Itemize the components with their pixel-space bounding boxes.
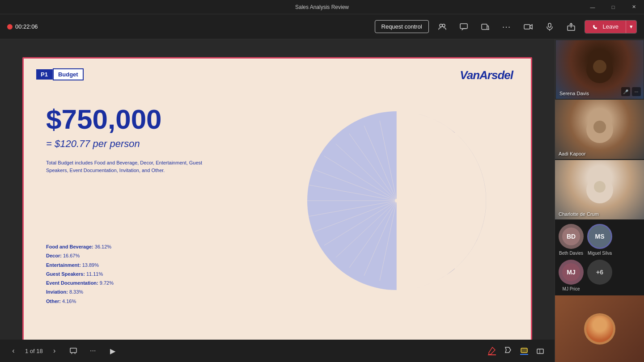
meeting-toolbar: 00:22:06 Request control ··· [0,14,644,39]
marker-icon [504,346,512,355]
svg-line-35 [397,134,446,201]
svg-point-0 [440,24,442,27]
svg-line-15 [397,201,414,281]
beth-name: Beth Davies [559,251,583,256]
bottom-participant-tile [555,295,644,362]
title-bar: Sales Analysis Review — □ ✕ [0,0,644,14]
camera-icon [524,22,533,31]
aadi-avatar [555,100,644,159]
slide-per-person: = $120.77 per person [46,138,140,150]
eraser-tool-button[interactable] [533,344,547,358]
participant-tile-aadi: Aadi Kapoor [555,100,644,160]
small-participants-row: BD Beth Davies MS Miguel Silva MJ MJ Pri… [555,220,644,295]
mic-icon [545,22,554,31]
highlighter-icon [520,346,528,355]
svg-line-44 [75,353,75,354]
pen-tool-button[interactable] [485,344,499,358]
small-participant-more[interactable]: +6 [587,260,612,285]
chat-icon [459,22,468,31]
svg-line-34 [397,126,430,201]
marker-tool-button[interactable] [501,344,515,358]
charlotte-label: Charlotte de Crum [559,211,599,217]
mj-name: MJ Price [563,286,580,292]
mic-button[interactable] [542,19,558,35]
fit-icon [69,347,77,355]
window-title: Sales Analysis Review [295,4,349,10]
svg-line-13 [397,201,446,268]
slide-amount: $750,000 [46,103,162,135]
camera-button[interactable] [520,19,536,35]
leave-button-group: Leave ▾ [585,20,637,34]
svg-rect-47 [520,354,528,355]
legend-item-entertainment: Entertainment: 13.89% [46,262,114,268]
svg-rect-48 [537,349,543,354]
svg-line-12 [397,201,459,257]
svg-point-40 [395,199,398,202]
aadi-label: Aadi Kapoor [559,151,586,156]
annotation-tools [485,344,547,358]
participants-panel: Serena Davis 🎤 ··· Aadi Kapoor Charlott [555,39,644,362]
close-button[interactable]: ✕ [623,0,644,14]
serena-more-button[interactable]: ··· [632,87,641,96]
serena-icons: 🎤 ··· [621,87,641,96]
miguel-name: Miguel Silva [588,251,612,256]
svg-line-43 [72,353,72,354]
charlotte-avatar [555,160,644,219]
recording-dot [7,24,13,29]
prev-slide-button[interactable]: ‹ [7,345,20,357]
share-button[interactable] [563,19,579,35]
participants-button[interactable] [434,19,450,35]
phone-icon [592,23,599,30]
play-button[interactable]: ▶ [106,344,120,358]
bottom-participant-bg [555,295,644,362]
reactions-button[interactable] [477,19,493,35]
svg-line-36 [397,144,459,201]
pen-icon [488,346,496,355]
small-participant-miguel: MS Miguel Silva [587,224,612,256]
more-avatar: +6 [587,260,612,285]
reactions-icon [481,22,490,31]
miguel-avatar: MS [587,224,612,249]
legend-item-speakers: Guest Speakers: 11.11% [46,271,114,277]
serena-mic-button[interactable]: 🎤 [621,87,630,96]
svg-rect-45 [488,354,496,355]
svg-rect-42 [70,348,76,353]
next-slide-button[interactable]: › [48,345,61,357]
recording-time: 00:22:06 [15,23,38,30]
slide-container: P1 Budget VanArsdel $750,000 = $120.77 p… [22,57,532,344]
participant-tile-serena: Serena Davis 🎤 ··· [555,39,644,100]
leave-button[interactable]: Leave [585,21,626,33]
legend-item-food: Food and Beverage: 36.12% [46,244,114,250]
legend-item-other: Other: 4.16% [46,298,114,304]
chat-button[interactable] [456,19,472,35]
legend-item-decor: Decor: 16.67% [46,253,114,259]
slide-area: P1 Budget VanArsdel $750,000 = $120.77 p… [0,39,555,362]
leave-dropdown-button[interactable]: ▾ [626,21,636,33]
svg-line-38 [397,170,479,201]
serena-label: Serena Davis [559,91,589,96]
fit-slide-button[interactable] [66,344,80,358]
svg-rect-5 [548,23,551,27]
legend-item-invitation: Inviation: 8.33% [46,289,114,295]
slide-more-button[interactable]: ··· [86,344,100,358]
slide-legend: Food and Beverage: 36.12% Decor: 16.67% … [46,244,114,307]
participants-icon [438,22,447,31]
window-controls: — □ ✕ [582,0,644,14]
svg-line-14 [397,201,430,276]
slide-budget-label: Budget [53,68,84,80]
svg-rect-46 [521,348,527,353]
svg-line-33 [397,121,414,201]
more-button[interactable]: ··· [499,19,515,35]
request-control-button[interactable]: Request control [375,20,429,33]
highlighter-tool-button[interactable] [517,344,531,358]
maximize-button[interactable]: □ [603,0,623,14]
slide-description: Total Budget includes Food and Beverage,… [46,159,216,174]
slide-bottom-toolbar: ‹ 1 of 18 › ··· ▶ [0,340,555,362]
slide-p1-label: P1 [36,69,53,80]
pie-chart-svg [298,102,495,299]
minimize-button[interactable]: — [582,0,603,14]
svg-point-41 [471,200,475,203]
svg-point-1 [442,24,445,27]
small-participant-mj: MJ MJ Price [559,260,584,292]
beth-avatar: BD [559,224,584,249]
